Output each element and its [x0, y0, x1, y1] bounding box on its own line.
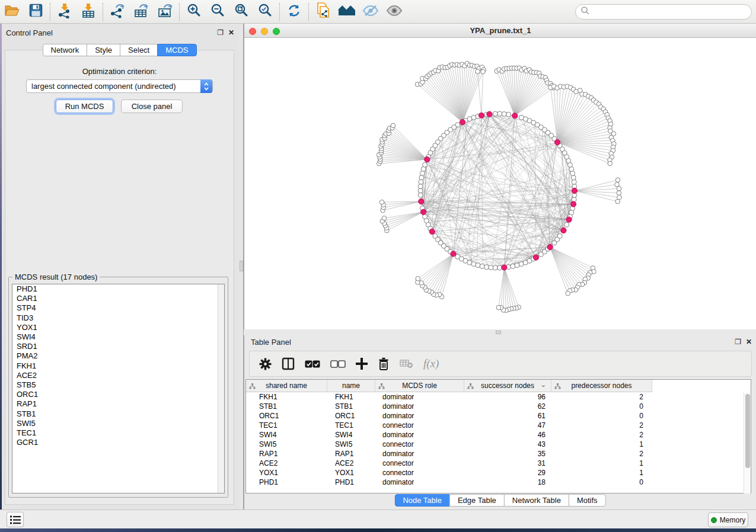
float-panel-icon[interactable]: ❐ — [217, 28, 224, 37]
table-cell[interactable]: 46 — [464, 430, 551, 440]
table-cell[interactable]: ORC1 — [246, 411, 327, 421]
table-cell[interactable]: PHD1 — [327, 477, 375, 487]
table-cell[interactable]: ORC1 — [327, 411, 375, 421]
table-cell[interactable]: 0 — [551, 411, 652, 421]
table-cell[interactable]: RAP1 — [327, 449, 375, 459]
table-scrollbar-thumb[interactable] — [745, 394, 750, 468]
table-cell[interactable]: 43 — [464, 440, 551, 449]
table-cell[interactable]: PHD1 — [246, 477, 327, 487]
tab-mcds[interactable]: MCDS — [157, 44, 196, 56]
table-cell[interactable]: STB1 — [246, 402, 327, 411]
table-cell[interactable]: 2 — [551, 430, 652, 440]
table-cell[interactable]: SWI5 — [327, 440, 375, 449]
table-row[interactable]: SWI5SWI5connector431 — [246, 440, 751, 449]
table-cell[interactable]: 1 — [551, 440, 652, 449]
deselect-all-button[interactable] — [330, 360, 346, 368]
table-settings-button[interactable] — [259, 358, 272, 370]
mcds-node-item[interactable]: RAP1 — [12, 399, 224, 409]
table-cell[interactable]: 18 — [464, 477, 551, 487]
column-header-name[interactable]: name — [327, 380, 375, 392]
import-table-button[interactable] — [76, 1, 100, 23]
table-cell[interactable]: 0 — [551, 402, 652, 411]
table-cell[interactable]: 61 — [464, 411, 551, 421]
table-cell[interactable]: 47 — [464, 421, 551, 430]
mcds-result-list[interactable]: PHD1CAR1STP4TID3YOX1SWI4SRD1PMA2FKH1ACE2… — [12, 284, 225, 493]
close-panel-icon[interactable]: ✕ — [228, 28, 234, 37]
mcds-node-item[interactable]: STB5 — [12, 380, 224, 390]
mcds-node-item[interactable]: PHD1 — [12, 284, 224, 294]
table-row[interactable]: FKH1FKH1dominator962 — [246, 392, 751, 402]
table-cell[interactable]: connector — [375, 468, 464, 477]
refresh-layout-button[interactable] — [282, 1, 306, 23]
show-columns-button[interactable] — [282, 357, 295, 370]
table-cell[interactable]: 31 — [464, 459, 551, 468]
splitter-grip[interactable] — [240, 261, 243, 271]
table-cell[interactable]: dominator — [375, 449, 464, 459]
mcds-node-item[interactable]: YOX1 — [12, 323, 224, 332]
vertical-splitter[interactable] — [239, 24, 244, 509]
table-cell[interactable]: dominator — [375, 430, 464, 440]
table-cell[interactable]: SWI5 — [246, 440, 327, 449]
mcds-node-item[interactable]: SWI5 — [12, 419, 224, 428]
table-cell[interactable]: 1 — [551, 468, 652, 477]
close-panel-button[interactable]: Close panel — [121, 100, 183, 113]
zoom-fit-button[interactable] — [229, 1, 253, 23]
table-row[interactable]: TEC1TEC1connector472 — [246, 421, 751, 430]
export-table-button[interactable] — [129, 1, 153, 23]
close-table-panel-icon[interactable]: ✕ — [746, 338, 752, 346]
optimization-criterion-select[interactable]: largest connected component (undirected) — [26, 79, 213, 93]
table-row[interactable]: ACE2ACE2connector311 — [246, 459, 751, 468]
table-cell[interactable]: dominator — [375, 411, 464, 421]
mcds-node-item[interactable]: TEC1 — [12, 428, 224, 438]
duplicate-network-button[interactable] — [311, 1, 335, 23]
table-cell[interactable]: ACE2 — [327, 459, 375, 468]
table-row[interactable]: YOX1YOX1connector291 — [246, 468, 751, 477]
column-header-successor-nodes[interactable]: successor nodes⌄ — [464, 380, 551, 392]
show-all-button[interactable] — [382, 1, 406, 23]
hide-selected-button[interactable] — [359, 1, 382, 23]
select-all-button[interactable] — [305, 360, 320, 368]
save-session-button[interactable] — [24, 1, 47, 23]
first-neighbors-button[interactable] — [335, 1, 359, 23]
search-box[interactable] — [575, 4, 752, 20]
import-network-button[interactable] — [53, 1, 76, 23]
table-tab-node-table[interactable]: Node Table — [394, 494, 450, 507]
horizontal-splitter-grip[interactable] — [496, 331, 501, 334]
table-cell[interactable]: connector — [375, 421, 464, 430]
table-row[interactable]: STB1STB1dominator620 — [246, 402, 751, 411]
float-table-panel-icon[interactable]: ❐ — [735, 338, 741, 346]
mcds-node-item[interactable]: STP4 — [12, 303, 224, 313]
zoom-in-button[interactable] — [182, 1, 206, 23]
table-cell[interactable]: TEC1 — [327, 421, 375, 430]
table-cell[interactable]: dominator — [375, 477, 464, 487]
table-cell[interactable]: RAP1 — [246, 449, 327, 459]
mcds-node-item[interactable]: FKH1 — [12, 361, 224, 371]
table-cell[interactable]: SWI4 — [246, 430, 327, 440]
mcds-list-scrollbar[interactable] — [218, 284, 224, 493]
zoom-selected-button[interactable] — [253, 1, 277, 23]
tab-style[interactable]: Style — [87, 44, 120, 56]
column-header-shared-name[interactable]: shared name — [246, 380, 327, 392]
table-cell[interactable]: 62 — [464, 402, 551, 411]
mcds-node-item[interactable]: SRD1 — [12, 342, 224, 351]
table-cell[interactable]: 2 — [551, 449, 652, 459]
mcds-node-item[interactable]: TID3 — [12, 313, 224, 323]
task-history-button[interactable] — [7, 512, 24, 527]
mcds-node-item[interactable]: PMA2 — [12, 351, 224, 361]
add-column-button[interactable] — [356, 358, 368, 370]
table-cell[interactable]: FKH1 — [327, 392, 375, 402]
table-tab-network-table[interactable]: Network Table — [504, 494, 569, 507]
table-cell[interactable]: 2 — [551, 392, 652, 402]
table-cell[interactable]: FKH1 — [246, 392, 327, 402]
zoom-out-button[interactable] — [206, 1, 229, 23]
search-input[interactable] — [590, 8, 751, 17]
tab-select[interactable]: Select — [120, 44, 158, 56]
run-mcds-button[interactable]: Run MCDS — [56, 100, 113, 113]
table-row[interactable]: ORC1ORC1dominator610 — [246, 411, 751, 421]
table-tab-motifs[interactable]: Motifs — [569, 494, 606, 507]
table-cell[interactable]: 1 — [551, 459, 652, 468]
table-cell[interactable]: 96 — [464, 392, 551, 402]
delete-column-button[interactable] — [378, 357, 390, 370]
export-image-button[interactable] — [153, 1, 177, 23]
table-row[interactable]: RAP1RAP1dominator352 — [246, 449, 751, 459]
